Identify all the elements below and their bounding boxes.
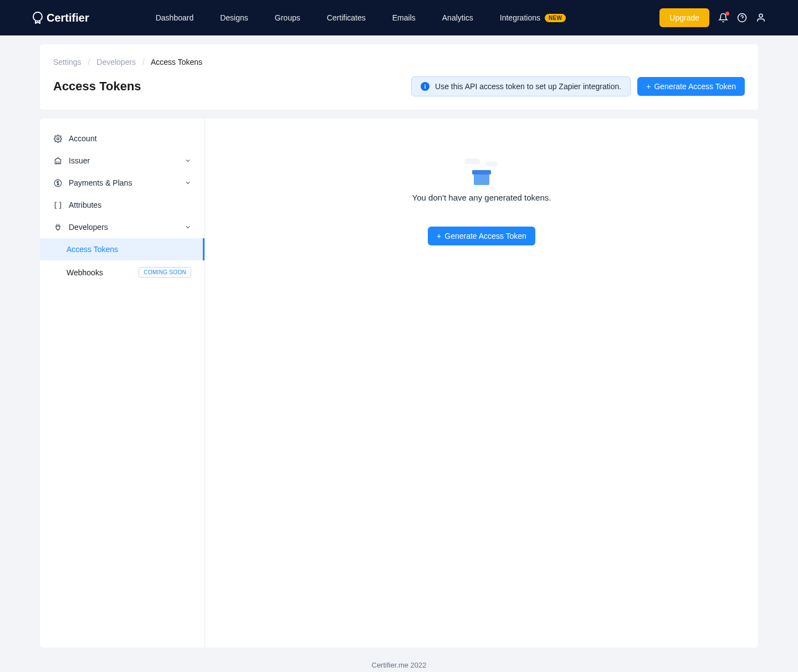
- breadcrumb-developers[interactable]: Developers: [96, 58, 136, 66]
- upgrade-button[interactable]: Upgrade: [659, 8, 709, 27]
- nav-designs[interactable]: Designs: [220, 13, 248, 22]
- sidebar-item-issuer[interactable]: Issuer: [40, 150, 204, 172]
- breadcrumb: Settings / Developers / Access Tokens: [53, 58, 745, 66]
- info-banner-text: Use this API access token to set up Zapi…: [435, 82, 621, 91]
- bank-icon: [53, 157, 62, 165]
- nav-groups[interactable]: Groups: [275, 13, 300, 22]
- notifications-icon[interactable]: [718, 13, 728, 23]
- brackets-icon: [53, 201, 62, 209]
- sidebar-item-developers[interactable]: Developers: [40, 216, 204, 238]
- chevron-down-icon: [185, 179, 191, 186]
- chevron-down-icon: [185, 224, 191, 230]
- box-icon: [474, 173, 489, 185]
- nav-integrations[interactable]: Integrations NEW: [500, 13, 566, 22]
- sidebar-item-label: Developers: [69, 223, 108, 232]
- notification-dot: [725, 12, 729, 16]
- sidebar-item-label: Access Tokens: [66, 245, 118, 254]
- coming-soon-badge: COMING SOON: [139, 267, 191, 278]
- generate-token-button-header[interactable]: + Generate Access Token: [637, 77, 745, 96]
- new-badge: NEW: [545, 14, 566, 22]
- footer-text: Certifier.me 2022: [40, 648, 758, 672]
- breadcrumb-settings[interactable]: Settings: [53, 58, 81, 66]
- sidebar-item-label: Payments & Plans: [69, 178, 132, 187]
- empty-illustration: [462, 157, 501, 185]
- info-banner: i Use this API access token to set up Za…: [411, 76, 631, 96]
- sidebar-item-label: Issuer: [69, 156, 90, 165]
- plus-icon: +: [646, 83, 651, 90]
- breadcrumb-current: Access Tokens: [151, 58, 202, 66]
- svg-point-3: [57, 137, 59, 140]
- dollar-icon: [53, 179, 62, 187]
- generate-token-button-empty[interactable]: + Generate Access Token: [428, 227, 535, 245]
- nav-analytics[interactable]: Analytics: [442, 13, 473, 22]
- sidebar-item-account[interactable]: Account: [40, 127, 204, 150]
- top-navbar: Certifier Dashboard Designs Groups Certi…: [0, 0, 798, 35]
- settings-sidebar: Account Issuer Payments & Plans: [40, 119, 205, 648]
- nav-emails[interactable]: Emails: [392, 13, 416, 22]
- main-content: You don't have any generated tokens. + G…: [205, 119, 758, 648]
- sidebar-item-label: Account: [69, 134, 97, 143]
- empty-state-text: You don't have any generated tokens.: [227, 193, 736, 202]
- sidebar-sub-access-tokens[interactable]: Access Tokens: [40, 238, 204, 260]
- page-header-card: Settings / Developers / Access Tokens Ac…: [40, 44, 758, 110]
- nav-links: Dashboard Designs Groups Certificates Em…: [156, 13, 660, 22]
- sidebar-sub-webhooks[interactable]: Webhooks COMING SOON: [40, 260, 204, 284]
- help-icon[interactable]: [737, 13, 747, 23]
- nav-certificates[interactable]: Certificates: [327, 13, 366, 22]
- info-icon: i: [421, 82, 429, 91]
- nav-dashboard[interactable]: Dashboard: [156, 13, 194, 22]
- sidebar-item-payments[interactable]: Payments & Plans: [40, 172, 204, 194]
- page-title: Access Tokens: [53, 79, 411, 94]
- plug-icon: [53, 223, 62, 232]
- sidebar-item-label: Webhooks: [66, 268, 103, 277]
- sidebar-item-label: Attributes: [69, 201, 101, 209]
- svg-point-2: [759, 14, 763, 17]
- brand-logo[interactable]: Certifier: [32, 12, 89, 24]
- main-card: Account Issuer Payments & Plans: [40, 119, 758, 648]
- chevron-down-icon: [185, 157, 191, 164]
- gear-icon: [53, 135, 62, 143]
- profile-icon[interactable]: [756, 13, 766, 23]
- plus-icon: +: [437, 232, 441, 240]
- logo-icon: [32, 12, 43, 24]
- sidebar-item-attributes[interactable]: Attributes: [40, 194, 204, 216]
- nav-right: Upgrade: [659, 8, 766, 27]
- brand-name: Certifier: [47, 12, 89, 24]
